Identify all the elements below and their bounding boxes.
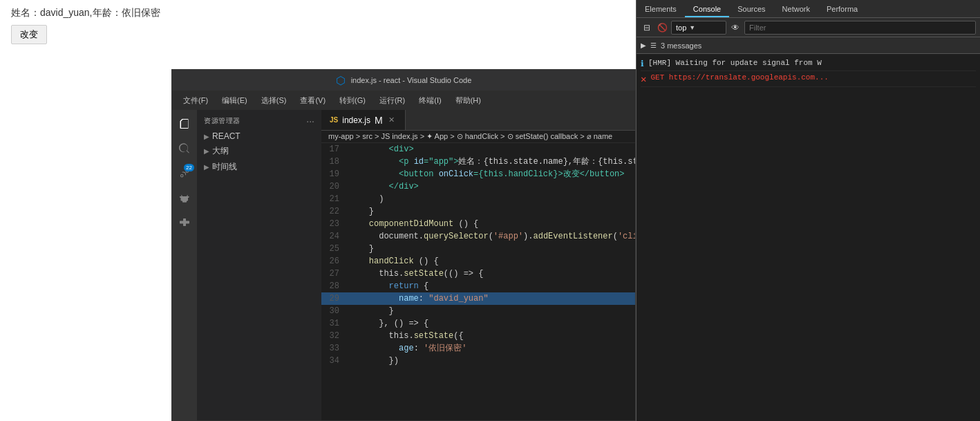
- line-content-20: </div>: [346, 180, 635, 193]
- filter-input[interactable]: [744, 21, 976, 35]
- sidebar-item-react[interactable]: ▶ REACT: [197, 129, 321, 143]
- vscode-logo-icon: ⬡: [336, 74, 346, 87]
- sidebar-item-timeline[interactable]: ▶ 时间线: [197, 159, 321, 175]
- breadcrumb: my-app > src > JS index.js > ✦ App > ⊙ h…: [321, 131, 635, 143]
- sidebar-item-outline-label: 大纲: [212, 145, 229, 157]
- sources-tab-label: Sources: [737, 5, 765, 13]
- line-num-31: 31: [321, 317, 346, 330]
- arrow-icon: ▶: [204, 147, 209, 155]
- code-line-27: 27 this.setState(() => {: [321, 268, 635, 280]
- change-button[interactable]: 改变: [11, 25, 47, 44]
- line-num-33: 33: [321, 342, 346, 355]
- line-content-26: handClick () {: [346, 255, 635, 268]
- editor-area: JS index.js M ✕ my-app > src > JS index.…: [321, 110, 635, 420]
- line-num-29: 29: [321, 292, 346, 305]
- menu-help[interactable]: 帮助(H): [450, 93, 487, 108]
- code-editor[interactable]: 17 <div> 18 <p id="app">姓名：{this.state.n…: [321, 143, 635, 420]
- code-line-28: 28 return {: [321, 280, 635, 292]
- line-num-25: 25: [321, 243, 346, 255]
- activity-extensions-icon[interactable]: [175, 214, 194, 233]
- line-num-20: 20: [321, 180, 346, 193]
- line-content-17: <div>: [346, 143, 635, 156]
- menu-file[interactable]: 文件(F): [178, 93, 214, 108]
- line-num-18: 18: [321, 156, 346, 168]
- devtools-tab-elements[interactable]: Elements: [637, 2, 685, 17]
- line-content-25: }: [346, 243, 635, 255]
- code-line-17: 17 <div>: [321, 143, 635, 156]
- menu-run[interactable]: 运行(R): [374, 93, 411, 108]
- code-line-30: 30 }: [321, 305, 635, 317]
- vscode-window: ⬡ index.js - react - Visual Studio Code …: [171, 69, 636, 421]
- tab-close-icon[interactable]: ✕: [387, 115, 397, 125]
- editor-tab-indexjs[interactable]: JS index.js M ✕: [321, 110, 406, 130]
- line-num-21: 21: [321, 193, 346, 205]
- code-line-33: 33 age: '依旧保密': [321, 342, 635, 355]
- line-content-28: return {: [346, 280, 635, 292]
- line-num-24: 24: [321, 230, 346, 243]
- browser-area: 姓名：david_yuan,年龄：依旧保密 改变: [0, 0, 171, 421]
- line-content-21: ): [346, 193, 635, 205]
- line-content-19: <button onClick={this.handClick}>改变</but…: [346, 168, 635, 180]
- error-message: GET https://translate.googleapis.com...: [650, 73, 828, 83]
- hmr-message: [HMR] Waiting for update signal from W: [648, 58, 822, 68]
- info-icon: ℹ: [641, 59, 644, 69]
- menu-select[interactable]: 选择(S): [256, 93, 292, 108]
- line-num-27: 27: [321, 268, 346, 280]
- arrow-icon: ▶: [204, 133, 209, 140]
- dropdown-arrow-icon: ▼: [689, 24, 695, 31]
- activity-git-icon[interactable]: 22: [175, 164, 194, 183]
- line-num-19: 19: [321, 168, 346, 180]
- menu-edit[interactable]: 编辑(E): [216, 93, 253, 108]
- sidebar-item-outline[interactable]: ▶ 大纲: [197, 143, 321, 159]
- expand-icon[interactable]: ▶: [641, 41, 646, 49]
- messages-row: ▶ ☰ 3 messages: [637, 37, 980, 54]
- code-line-23: 23 componentDidMount () {: [321, 218, 635, 230]
- eye-icon[interactable]: 👁: [729, 21, 742, 34]
- code-line-20: 20 </div>: [321, 180, 635, 193]
- devtools-tab-sources[interactable]: Sources: [729, 2, 773, 17]
- devtools-tab-console[interactable]: Console: [685, 2, 729, 17]
- devtools-tab-performance[interactable]: Performa: [818, 2, 866, 17]
- activity-search-icon[interactable]: [175, 139, 194, 158]
- menu-terminal[interactable]: 终端(I): [413, 93, 446, 108]
- sidebar-more-icon[interactable]: ···: [306, 115, 314, 127]
- code-line-31: 31 }, () => {: [321, 317, 635, 330]
- line-content-32: this.setState({: [346, 330, 635, 342]
- sidebar-title: 资源管理器: [204, 116, 241, 126]
- code-line-21: 21 ): [321, 193, 635, 205]
- line-num-28: 28: [321, 280, 346, 292]
- git-badge: 22: [184, 164, 194, 171]
- line-num-17: 17: [321, 143, 346, 156]
- line-num-26: 26: [321, 255, 346, 268]
- activity-explorer-icon[interactable]: [175, 114, 194, 133]
- console-entry-hmr: ℹ [HMR] Waiting for update signal from W: [641, 57, 976, 71]
- line-content-34: }): [346, 355, 635, 367]
- line-content-30: }: [346, 305, 635, 317]
- arrow-icon: ▶: [204, 163, 209, 171]
- line-content-24: document.querySelector('#app').addEventL…: [346, 230, 635, 243]
- vscode-titlebar: ⬡ index.js - react - Visual Studio Code: [172, 70, 635, 91]
- menu-view[interactable]: 查看(V): [294, 93, 331, 108]
- line-num-22: 22: [321, 205, 346, 218]
- menu-goto[interactable]: 转到(G): [334, 93, 371, 108]
- context-selector[interactable]: top ▼: [671, 21, 726, 35]
- list-icon[interactable]: ☰: [650, 41, 657, 49]
- devtools-toolbar: ⊟ 🚫 top ▼ 👁: [637, 18, 980, 37]
- devtools-tabs: Elements Console Sources Network Perform…: [637, 0, 980, 18]
- elements-tab-label: Elements: [645, 5, 677, 13]
- code-line-32: 32 this.setState({: [321, 330, 635, 342]
- line-content-22: }: [346, 205, 635, 218]
- code-line-26: 26 handClick () {: [321, 255, 635, 268]
- devtools-tab-network[interactable]: Network: [774, 2, 818, 17]
- console-tab-label: Console: [693, 5, 721, 13]
- performance-tab-label: Performa: [827, 5, 858, 13]
- context-label: top: [676, 24, 686, 32]
- clear-console-icon[interactable]: 🚫: [656, 21, 668, 34]
- code-line-34: 34 }): [321, 355, 635, 367]
- line-num-23: 23: [321, 218, 346, 230]
- code-line-18: 18 <p id="app">姓名：{this.state.name},年龄：{…: [321, 156, 635, 168]
- sidebar-toggle-icon[interactable]: ⊟: [641, 21, 653, 34]
- network-tab-label: Network: [782, 5, 810, 13]
- code-line-24: 24 document.querySelector('#app').addEve…: [321, 230, 635, 243]
- activity-debug-icon[interactable]: [175, 189, 194, 208]
